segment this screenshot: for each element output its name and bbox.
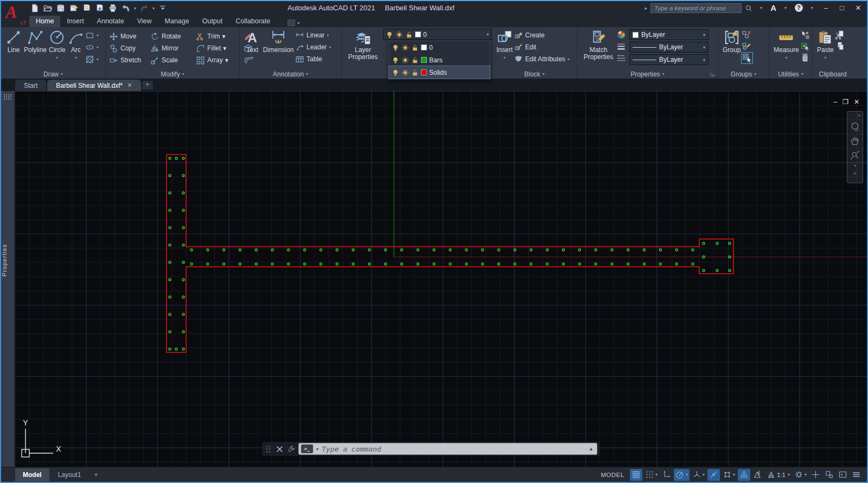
- status-object-snap-tracking[interactable]: [707, 469, 720, 481]
- status-object-snap[interactable]: ▾: [721, 469, 737, 481]
- doc-minimize-icon[interactable]: –: [833, 98, 837, 106]
- tab-view[interactable]: View: [131, 16, 158, 27]
- copy-clip-icon[interactable]: [835, 41, 845, 51]
- panel-label-clipboard[interactable]: Clipboard: [813, 69, 853, 79]
- zoom-extents-icon[interactable]: [850, 150, 860, 160]
- paste-button[interactable]: Paste ▾: [816, 29, 835, 69]
- status-polar-tracking[interactable]: ▾: [674, 469, 690, 481]
- arc-dropdown-icon[interactable]: ▾: [75, 54, 77, 61]
- pan-hand-icon[interactable]: [850, 136, 860, 146]
- navbar-dropdown-icon[interactable]: ▾: [854, 164, 856, 168]
- model-tab[interactable]: Model: [15, 468, 49, 481]
- scale-button[interactable]: Scale: [150, 56, 196, 65]
- open-folder-icon[interactable]: [42, 3, 53, 14]
- cut-icon[interactable]: [835, 30, 845, 40]
- signin-dropdown-icon[interactable]: ▾: [760, 5, 762, 10]
- status-annotation-autoscale[interactable]: [751, 469, 764, 481]
- panel-label-block[interactable]: Block▾: [492, 69, 577, 79]
- status-customization-menu[interactable]: [850, 469, 863, 481]
- move-button[interactable]: Move: [109, 32, 150, 41]
- fillet-button[interactable]: Fillet▾: [196, 44, 244, 53]
- layout1-tab[interactable]: Layout1: [50, 468, 89, 481]
- ungroup-icon[interactable]: [742, 30, 751, 40]
- help-dropdown-icon[interactable]: ▾: [811, 5, 813, 10]
- model-space-label[interactable]: MODEL: [601, 472, 624, 478]
- edit-block-button[interactable]: Edit: [514, 42, 570, 53]
- command-input[interactable]: >_ ▾ Type a command ▲: [298, 443, 597, 455]
- stretch-button[interactable]: Stretch: [109, 56, 150, 65]
- palette-grip-icon[interactable]: [3, 94, 12, 100]
- file-tab-start[interactable]: Start: [15, 80, 46, 91]
- new-drawing-tab-button[interactable]: +: [142, 81, 153, 89]
- quick-select-icon[interactable]: [800, 30, 810, 40]
- save-icon[interactable]: [55, 3, 66, 14]
- tab-output[interactable]: Output: [196, 16, 229, 27]
- search-icon[interactable]: [745, 4, 753, 12]
- command-customize-icon[interactable]: [287, 445, 295, 453]
- maximize-button[interactable]: □: [838, 4, 846, 12]
- drawing-canvas[interactable]: – ❐ ✕ ✕ 2D ▾ ⊖ Y X: [15, 91, 867, 467]
- file-tab-document[interactable]: Barbell Shear Wall.dxf* ✕: [47, 80, 141, 91]
- layer-combo[interactable]: 0 ▾: [383, 29, 492, 40]
- status-annotation-visibility[interactable]: [738, 469, 750, 481]
- measure-dropdown-icon[interactable]: ▾: [785, 54, 787, 61]
- sign-in-icon[interactable]: A: [770, 3, 776, 12]
- plot-preview-icon[interactable]: [81, 3, 92, 14]
- insert-dropdown-icon[interactable]: ▾: [503, 54, 506, 61]
- file-tab-close-icon[interactable]: ✕: [127, 82, 132, 89]
- table-button[interactable]: Table: [295, 54, 331, 65]
- doc-restore-icon[interactable]: ❐: [843, 98, 848, 106]
- doc-close-icon[interactable]: ✕: [854, 98, 859, 106]
- polyline-button[interactable]: Polyline: [23, 29, 48, 69]
- steering-wheel-icon[interactable]: 2D: [850, 121, 860, 132]
- command-recent-icon[interactable]: ▾: [316, 447, 318, 452]
- select-similar-icon[interactable]: [800, 41, 810, 51]
- group-selection-toggle-icon[interactable]: [742, 53, 752, 63]
- text-button[interactable]: A Text ▾: [243, 29, 261, 69]
- object-color-combo[interactable]: ByLayer ▾: [629, 29, 709, 40]
- quick-calc-icon[interactable]: [800, 53, 810, 62]
- help-icon[interactable]: ?: [795, 4, 803, 12]
- undo-dropdown-icon[interactable]: ▾: [134, 6, 136, 11]
- undo-icon[interactable]: [120, 3, 131, 14]
- edit-attributes-button[interactable]: Edit Attributes▾: [514, 54, 570, 65]
- tab-manage[interactable]: Manage: [158, 16, 196, 27]
- measure-button[interactable]: Measure ▾: [773, 29, 800, 69]
- publish-icon[interactable]: [94, 3, 105, 14]
- panel-label-draw[interactable]: Draw▾: [1, 69, 105, 79]
- autocad-logo-icon[interactable]: A LT: [5, 3, 27, 27]
- linetype-combo[interactable]: ByLayer ▾: [629, 54, 709, 65]
- status-ortho[interactable]: [660, 469, 673, 481]
- status-workspace[interactable]: ▾: [793, 469, 808, 481]
- status-customization-crosshair[interactable]: [809, 469, 822, 481]
- new-layout-icon[interactable]: +: [90, 468, 102, 481]
- tab-annotate[interactable]: Annotate: [91, 16, 131, 27]
- panel-label-utilities[interactable]: Utilities▾: [769, 69, 812, 79]
- tab-home[interactable]: Home: [29, 16, 60, 27]
- status-snap-mode[interactable]: ▾: [643, 469, 659, 481]
- command-grip-icon[interactable]: [264, 445, 272, 453]
- properties-palette-strip[interactable]: Properties: [1, 91, 15, 467]
- redo-dropdown-icon[interactable]: ▾: [152, 6, 155, 11]
- save-as-icon[interactable]: [68, 3, 79, 14]
- leader-button[interactable]: Leader▾: [295, 42, 331, 53]
- mirror-button[interactable]: Mirror: [150, 44, 196, 53]
- status-clean-screen[interactable]: [837, 469, 849, 481]
- palette-title[interactable]: Properties: [1, 244, 15, 276]
- navbar-close-icon[interactable]: ✕: [857, 113, 861, 118]
- search-input[interactable]: [650, 3, 742, 13]
- tab-insert[interactable]: Insert: [60, 16, 90, 27]
- command-history-icon[interactable]: ▲: [589, 446, 595, 452]
- color-wheel-icon[interactable]: [616, 30, 626, 40]
- group-edit-icon[interactable]: [742, 41, 751, 51]
- circle-dropdown-icon[interactable]: ▾: [56, 54, 58, 61]
- panel-label-annotation[interactable]: Annotation▾: [240, 69, 341, 79]
- hatch-button[interactable]: ▾: [85, 54, 99, 65]
- create-block-button[interactable]: Create: [514, 30, 570, 41]
- paste-dropdown-icon[interactable]: ▾: [824, 54, 826, 61]
- layer-properties-button[interactable]: Layer Properties: [345, 29, 381, 79]
- panel-label-properties[interactable]: Properties▾: [577, 69, 718, 79]
- match-properties-button[interactable]: Match Properties: [580, 29, 616, 69]
- panel-label-groups[interactable]: Groups▾: [718, 69, 769, 79]
- dimension-button[interactable]: Dimension: [261, 29, 295, 69]
